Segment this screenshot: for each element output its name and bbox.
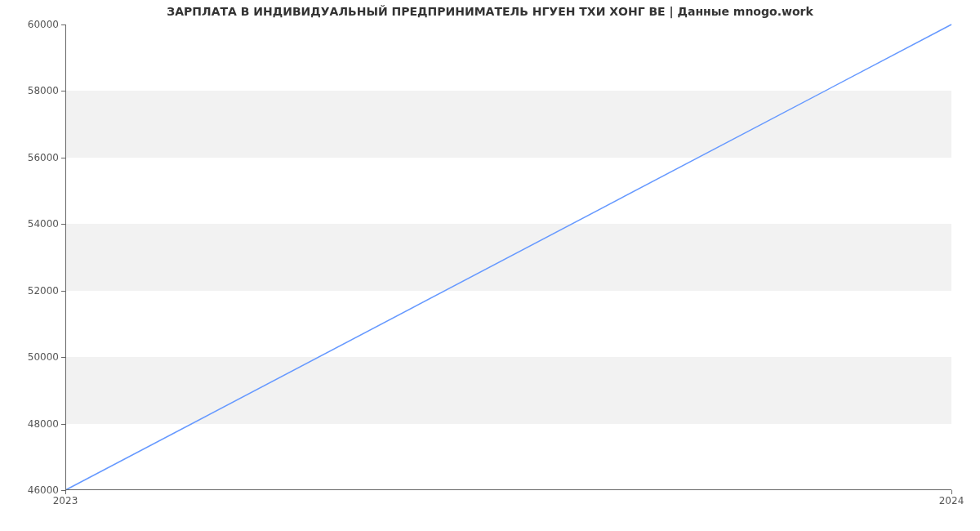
series-line [65,25,951,490]
y-tick-label: 60000 [28,19,65,30]
y-tick-label: 48000 [28,418,65,430]
y-axis [65,25,66,490]
y-tick-label: 52000 [28,285,65,297]
chart-title: ЗАРПЛАТА В ИНДИВИДУАЛЬНЫЙ ПРЕДПРИНИМАТЕЛ… [0,5,980,18]
plot-area: 4600048000500005200054000560005800060000… [65,25,951,490]
salary-line-chart: ЗАРПЛАТА В ИНДИВИДУАЛЬНЫЙ ПРЕДПРИНИМАТЕЛ… [0,0,980,531]
line-series [65,25,951,490]
y-tick-label: 54000 [28,218,65,230]
y-tick-label: 58000 [28,85,65,96]
x-axis [65,489,951,490]
y-tick-label: 50000 [28,351,65,363]
x-tick-label: 2024 [939,490,964,506]
x-tick-label: 2023 [53,490,78,506]
y-tick-label: 56000 [28,152,65,163]
